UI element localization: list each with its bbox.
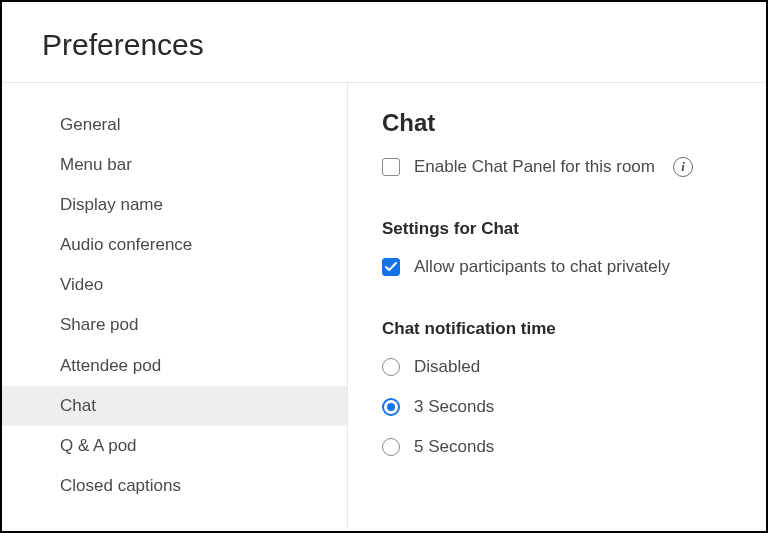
header: Preferences [2,2,766,83]
sidebar-item-menu-bar[interactable]: Menu bar [2,145,347,185]
allow-private-label: Allow participants to chat privately [414,257,670,277]
notification-option-5-seconds[interactable]: 5 Seconds [382,437,736,457]
settings-for-chat-label: Settings for Chat [382,219,736,239]
notification-radio[interactable] [382,398,400,416]
sidebar-item-closed-captions[interactable]: Closed captions [2,466,347,506]
sidebar: GeneralMenu barDisplay nameAudio confere… [2,83,348,528]
sidebar-item-chat[interactable]: Chat [2,386,347,426]
sidebar-item-video[interactable]: Video [2,265,347,305]
notification-option-disabled[interactable]: Disabled [382,357,736,377]
notification-time-label: Chat notification time [382,319,736,339]
allow-private-checkbox[interactable] [382,258,400,276]
page-title: Preferences [42,28,766,62]
info-icon[interactable]: i [673,157,693,177]
sidebar-item-q-a-pod[interactable]: Q & A pod [2,426,347,466]
allow-private-row[interactable]: Allow participants to chat privately [382,257,736,277]
notification-radio[interactable] [382,358,400,376]
notification-radio[interactable] [382,438,400,456]
main-title: Chat [382,109,736,137]
notification-radio-label: 5 Seconds [414,437,494,457]
notification-option-3-seconds[interactable]: 3 Seconds [382,397,736,417]
enable-chat-panel-row[interactable]: Enable Chat Panel for this room i [382,157,736,177]
enable-chat-panel-label: Enable Chat Panel for this room [414,157,655,177]
enable-chat-panel-checkbox[interactable] [382,158,400,176]
main-panel: Chat Enable Chat Panel for this room i S… [348,83,766,528]
notification-radio-label: 3 Seconds [414,397,494,417]
sidebar-item-attendee-pod[interactable]: Attendee pod [2,346,347,386]
sidebar-item-display-name[interactable]: Display name [2,185,347,225]
sidebar-item-share-pod[interactable]: Share pod [2,305,347,345]
notification-radio-label: Disabled [414,357,480,377]
sidebar-item-general[interactable]: General [2,105,347,145]
sidebar-item-audio-conference[interactable]: Audio conference [2,225,347,265]
